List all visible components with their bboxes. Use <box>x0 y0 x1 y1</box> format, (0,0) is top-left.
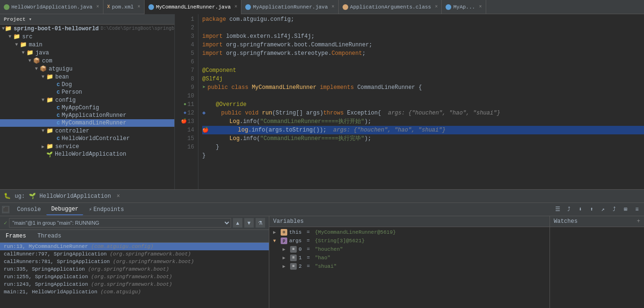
tree-src[interactable]: ▼ 📁 src <box>0 33 174 41</box>
tree-helloworldapplication[interactable]: 🌱 HelloWorldApplication <box>0 150 174 158</box>
class-icon: C <box>57 136 60 141</box>
tab-helloworld[interactable]: HelloWorldApplication.java × <box>0 0 103 14</box>
var-args[interactable]: ▼ p args = {String[3]@5621} <box>269 237 550 245</box>
thread-dropdown[interactable]: "main"@1 in group "main": RUNNING <box>9 218 231 228</box>
filter-btn[interactable]: ☰ <box>552 204 563 215</box>
variables-list: ▶ o this = {MyCommandLineRunner@5619} ▼ … <box>269 227 550 308</box>
package-icon: 📁 <box>46 97 53 104</box>
package-icon: 📦 <box>40 65 47 72</box>
tab-pom[interactable]: X pom.xml × <box>103 0 145 14</box>
settings-btn[interactable]: ≡ <box>632 204 642 215</box>
tab-close-4[interactable]: × <box>435 4 438 9</box>
tree-service[interactable]: ▶ 📁 service <box>0 142 174 150</box>
tree-mycommandlinerunner[interactable]: C MyCommandLineRunner <box>0 119 174 127</box>
app-icon: 🌱 <box>46 151 53 158</box>
debug-close-btn[interactable]: × <box>117 193 120 200</box>
step-btn[interactable]: ↗ <box>598 204 608 215</box>
debug-session-label: ug: <box>15 193 25 200</box>
var-args-0[interactable]: ▶ ≡ 0 = "houchen" <box>269 245 550 254</box>
package-icon: 📁 <box>46 73 53 80</box>
down-btn[interactable]: ⬇ <box>575 204 585 215</box>
var-type-icon: o <box>281 229 287 236</box>
debug-session-icon2: 🌱 <box>29 193 36 200</box>
tree-java-label: java <box>35 50 49 56</box>
thread-filter-btn[interactable]: ⚗ <box>256 218 265 228</box>
tab-myapplicationrunner[interactable]: MyApplicationRunner.java × <box>241 0 338 14</box>
package-icon: 📦 <box>33 57 40 64</box>
code-line-10 <box>202 92 644 100</box>
frames-list: run:13, MyCommandLineRunner (com.atguigu… <box>0 243 269 308</box>
code-line-5: import org.springframework.stereotype.Co… <box>202 49 644 58</box>
tree-bean[interactable]: ▼ 📁 bean <box>0 73 174 81</box>
frame-item-4[interactable]: run:1255, SpringApplication (org.springf… <box>0 273 269 281</box>
frame-item-5[interactable]: run:1243, SpringApplication (org.springf… <box>0 281 269 288</box>
tree-helloworldcontroller[interactable]: C HelloWorldController <box>0 135 174 142</box>
tab-close-3[interactable]: × <box>332 4 335 9</box>
arrow-icon: ▼ <box>13 42 20 47</box>
arrow-icon: ▼ <box>7 34 13 39</box>
tree-main[interactable]: ▼ 📁 main <box>0 41 174 49</box>
class-icon: C <box>57 89 60 95</box>
var-args-2[interactable]: ▶ ≡ 2 = "shuai" <box>269 262 550 271</box>
tab-console[interactable]: Console <box>12 204 45 215</box>
frames-tab[interactable]: Frames <box>4 232 28 240</box>
tab-close-0[interactable]: × <box>96 4 99 9</box>
tree-config[interactable]: ▼ 📁 config <box>0 96 174 104</box>
tree-java[interactable]: ▼ 📁 java <box>0 49 174 57</box>
frame-item-0[interactable]: run:13, MyCommandLineRunner (com.atguigu… <box>0 243 269 250</box>
tree-myappconfig[interactable]: C MyAppConfig <box>0 104 174 112</box>
tree-person[interactable]: C Person <box>0 88 174 96</box>
code-line-9: ➤ public class MyCommandLineRunner imple… <box>202 83 644 92</box>
tab-applicationarguments[interactable]: ApplicationArguments.class × <box>339 0 442 14</box>
arrow-icon: ▼ <box>40 97 46 103</box>
frame-item-1[interactable]: callRunner:797, SpringApplication (org.s… <box>0 250 269 258</box>
expand-icon: ▶ <box>283 246 288 252</box>
tab-endpoints[interactable]: ⚡ Endpoints <box>84 204 129 215</box>
checkmark-icon: ✓ <box>4 220 7 227</box>
project-root[interactable]: ▼ 📁 spring-boot-01-helloworld D:\Code\Sp… <box>0 25 174 33</box>
var-this[interactable]: ▶ o this = {MyCommandLineRunner@5619} <box>269 228 550 237</box>
tab-debugger[interactable]: Debugger <box>46 204 83 215</box>
tab-close-5[interactable]: × <box>479 4 482 9</box>
thread-down-btn[interactable]: ▼ <box>244 218 254 228</box>
code-line-2 <box>202 24 644 32</box>
threads-tab[interactable]: Threads <box>35 232 63 240</box>
tree-atguigu[interactable]: ▼ 📦 atguigu <box>0 65 174 73</box>
add-watch-btn[interactable]: + <box>637 218 640 225</box>
project-root-path: D:\Code\SpringBoot\springbo... <box>101 26 175 31</box>
tab-close-2[interactable]: × <box>234 4 237 9</box>
table-btn[interactable]: ⊞ <box>620 204 631 215</box>
tree-dog[interactable]: C Dog <box>0 81 174 88</box>
breakpoint-icon: 🍎 <box>202 126 209 134</box>
var-type-icon-0: ≡ <box>290 246 297 253</box>
var-type-icon-2: ≡ <box>290 263 297 270</box>
frame-item-3[interactable]: run:335, SpringApplication (org.springfr… <box>0 265 269 273</box>
tree-myapplicationrunner-label: MyApplicationRunner <box>62 112 127 119</box>
tree-com[interactable]: ▼ 📦 com <box>0 57 174 65</box>
thread-up-btn[interactable]: ▲ <box>233 218 242 228</box>
tree-controller[interactable]: ▼ 📁 controller <box>0 127 174 135</box>
code-line-15: } <box>202 143 644 151</box>
restore-btn[interactable]: ⤴ <box>564 204 574 215</box>
var-val-1: "hao" <box>315 255 330 261</box>
folder-icon: 📁 <box>20 41 27 48</box>
resume-btn[interactable]: ⤴ <box>609 204 619 215</box>
tree-src-label: src <box>22 34 33 40</box>
tree-mycommandlinerunner-label: MyCommandLineRunner <box>62 120 127 126</box>
tree-main-label: main <box>29 42 43 48</box>
var-args-1[interactable]: ▶ ≡ 1 = "hao" <box>269 254 550 262</box>
arrow-icon: ▼ <box>26 58 33 63</box>
frame-item-6[interactable]: main:21, HelloWorldApplication (com.atgu… <box>0 288 269 296</box>
var-name-2: 2 <box>299 264 302 269</box>
var-name-this: this <box>289 229 301 235</box>
tab-myap[interactable]: MyAp... × <box>442 0 486 14</box>
up-btn[interactable]: ⬆ <box>586 204 597 215</box>
var-type-icon-args: p <box>281 238 287 244</box>
arrow-icon: ▼ <box>40 128 46 133</box>
tab-close-1[interactable]: × <box>137 4 140 9</box>
tab-mycommandlinerunner[interactable]: MyCommandLineRunner.java × <box>145 0 241 14</box>
folder-icon: 📁 <box>13 33 20 40</box>
frame-item-2[interactable]: callRunners:781, SpringApplication (org.… <box>0 258 269 265</box>
tree-myapplicationrunner[interactable]: C MyApplicationRunner <box>0 112 174 119</box>
package-icon: 📁 <box>46 127 53 134</box>
